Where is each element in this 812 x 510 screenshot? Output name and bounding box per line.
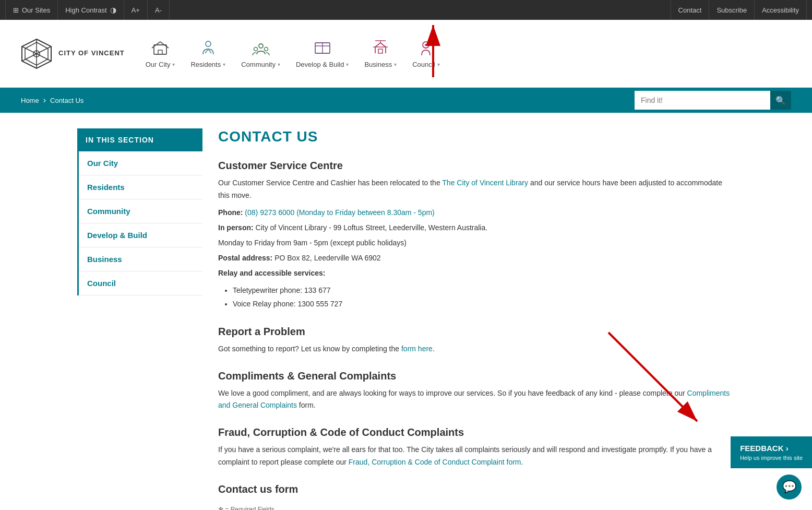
library-link[interactable]: The City of Vincent Library (442, 179, 528, 187)
customer-service-intro: Our Customer Service Centre and Cashier … (218, 177, 735, 202)
hours-info: Monday to Friday from 9am - 5pm (except … (218, 236, 735, 250)
search-area: 🔍 (635, 91, 791, 110)
section-title-customer-service: Customer Service Centre (218, 160, 735, 172)
sidebar-item-council[interactable]: Council (79, 271, 202, 295)
main-header: CITY OF VINCENT Our City ▾ (0, 20, 812, 88)
sidebar-item-our-city[interactable]: Our City (79, 151, 202, 175)
breadcrumb-home[interactable]: Home (21, 97, 39, 104)
svg-point-9 (206, 41, 211, 46)
search-icon: 🔍 (775, 96, 786, 105)
contrast-icon: ◑ (110, 6, 116, 14)
main-content: CONTACT US Customer Service Centre Our C… (218, 128, 735, 510)
svg-rect-7 (154, 45, 166, 54)
grid-icon: ⊞ (13, 6, 19, 14)
business-icon (371, 39, 390, 57)
font-decrease-label: A- (155, 6, 162, 14)
business-label: Business ▾ (364, 61, 397, 68)
required-note: ✻ = Required Fields (218, 506, 735, 510)
nav-item-business[interactable]: Business ▾ (364, 39, 397, 68)
high-contrast-label: High Contrast (65, 6, 106, 14)
compliments-text: We love a good compliment, and are alway… (218, 387, 735, 412)
breadcrumb-bar: Home › Contact Us 🔍 (0, 88, 812, 113)
page-title: CONTACT US (218, 128, 735, 145)
feedback-button[interactable]: FEEDBACK › Help us improve this site (731, 436, 812, 468)
sidebar-section-title: IN THIS SECTION (77, 128, 202, 151)
sidebar-item-residents[interactable]: Residents (79, 175, 202, 199)
council-icon (416, 39, 435, 57)
accessibility-label: Accessibility (762, 6, 799, 14)
search-input[interactable] (635, 91, 770, 110)
contact-label: Contact (678, 6, 702, 14)
nav-item-develop[interactable]: Develop & Build ▾ (296, 39, 349, 68)
compliments-link[interactable]: Compliments and General Complaints (218, 389, 730, 410)
residents-label: Residents ▾ (190, 61, 225, 68)
nav-item-residents[interactable]: Residents ▾ (190, 39, 225, 68)
logo-area[interactable]: CITY OF VINCENT (21, 38, 125, 69)
svg-point-14 (264, 48, 268, 51)
sidebar-nav: Our City Residents Community Develop & B… (77, 151, 202, 295)
contact-button[interactable]: Contact (671, 0, 710, 20)
council-label: Council ▾ (412, 61, 439, 68)
section-title-contact-form: Contact us form (218, 483, 735, 495)
chat-bubble-button[interactable]: 💬 (777, 475, 802, 500)
svg-point-13 (254, 48, 257, 51)
relay-list: Teletypewriter phone: 133 677 Voice Rela… (233, 283, 735, 311)
sidebar-item-business[interactable]: Business (79, 247, 202, 271)
font-increase-button[interactable]: A+ (124, 0, 148, 20)
content-wrapper: IN THIS SECTION Our City Residents Commu… (67, 128, 745, 510)
section-title-report: Report a Problem (218, 326, 735, 338)
community-icon (252, 39, 270, 57)
svg-rect-19 (378, 49, 383, 53)
svg-point-22 (425, 44, 427, 46)
develop-icon (313, 39, 332, 57)
search-button[interactable]: 🔍 (770, 91, 791, 110)
font-increase-label: A+ (132, 6, 140, 14)
our-sites-button[interactable]: ⊞ Our Sites (5, 0, 58, 20)
feedback-label: FEEDBACK › (740, 444, 803, 453)
our-city-label: Our City ▾ (146, 61, 175, 68)
relay-title: Relay and accessible services: (218, 267, 735, 280)
subscribe-label: Subscribe (717, 6, 747, 14)
nav-item-council[interactable]: Council ▾ (412, 39, 439, 68)
top-bar: ⊞ Our Sites High Contrast ◑ A+ A- Contac… (0, 0, 812, 20)
chat-icon: 💬 (782, 480, 796, 494)
breadcrumb-separator: › (43, 96, 46, 105)
accessibility-button[interactable]: Accessibility (755, 0, 807, 20)
phone-info: Phone: (08) 9273 6000 (Monday to Friday … (218, 206, 735, 219)
report-text: Got something to report? Let us know by … (218, 343, 735, 355)
feedback-sub-label: Help us improve this site (740, 455, 803, 461)
feedback-arrow-icon: › (786, 444, 789, 453)
font-decrease-button[interactable]: A- (148, 0, 170, 20)
sidebar: IN THIS SECTION Our City Residents Commu… (77, 128, 202, 510)
fraud-text: If you have a serious complaint, we're a… (218, 444, 735, 469)
community-label: Community ▾ (241, 61, 280, 68)
sidebar-item-community[interactable]: Community (79, 199, 202, 223)
high-contrast-button[interactable]: High Contrast ◑ (58, 0, 124, 20)
our-sites-label: Our Sites (22, 6, 50, 14)
postal-info: Postal address: PO Box 82, Leederville W… (218, 252, 735, 265)
tty-phone: Teletypewriter phone: 133 677 (233, 283, 735, 298)
logo-svg (21, 38, 52, 69)
section-title-fraud: Fraud, Corruption & Code of Conduct Comp… (218, 426, 735, 438)
residents-icon (199, 39, 218, 57)
phone-link[interactable]: (08) 9273 6000 (Monday to Friday between… (245, 208, 434, 217)
develop-label: Develop & Build ▾ (296, 61, 349, 68)
subscribe-button[interactable]: Subscribe (709, 0, 755, 20)
breadcrumb-current: Contact Us (50, 97, 83, 104)
section-title-compliments: Compliments & General Complaints (218, 370, 735, 382)
report-form-link[interactable]: form here (401, 345, 433, 353)
nav-item-community[interactable]: Community ▾ (241, 39, 280, 68)
svg-rect-8 (158, 50, 162, 54)
in-person-info: In person: City of Vincent Library - 99 … (218, 221, 735, 234)
fraud-form-link[interactable]: Fraud, Corruption & Code of Conduct Comp… (349, 458, 521, 466)
our-city-icon (151, 39, 170, 57)
nav-item-our-city[interactable]: Our City ▾ (146, 39, 175, 68)
logo-text: CITY OF VINCENT (58, 49, 125, 58)
voice-relay: Voice Relay phone: 1300 555 727 (233, 297, 735, 311)
svg-point-12 (259, 44, 263, 48)
top-bar-right: Contact Subscribe Accessibility (671, 0, 807, 20)
sidebar-item-develop-build[interactable]: Develop & Build (79, 223, 202, 247)
main-nav: Our City ▾ Residents ▾ (146, 39, 440, 68)
